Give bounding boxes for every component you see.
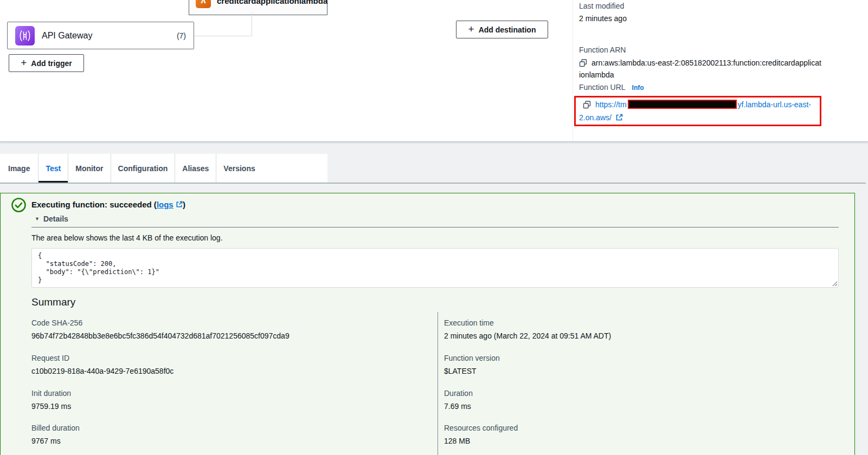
log-note: The area below shows the last 4 KB of th… bbox=[31, 233, 223, 242]
lambda-icon: λ bbox=[196, 0, 211, 8]
plus-icon: + bbox=[468, 24, 474, 34]
duration-value: 7.69 ms bbox=[444, 402, 471, 411]
last-modified-label: Last modified bbox=[579, 2, 624, 10]
panel-divider bbox=[573, 0, 573, 141]
details-toggle[interactable]: ▼ Details bbox=[35, 214, 68, 223]
last-modified-value: 2 minutes ago bbox=[579, 14, 627, 23]
request-id-label: Request ID bbox=[31, 354, 69, 362]
code-sha256-label: Code SHA-256 bbox=[31, 318, 82, 327]
resources-configured-label: Resources configured bbox=[444, 424, 518, 432]
tab-image[interactable]: Image bbox=[0, 154, 38, 183]
execution-log-output[interactable]: { "statusCode": 200, "body": "{\"predict… bbox=[31, 248, 839, 288]
function-url-link[interactable]: 2.on.aws/ bbox=[579, 113, 612, 122]
add-destination-button[interactable]: + Add destination bbox=[456, 21, 548, 38]
execution-result-panel: Executing function: succeeded (logs ) ▼ … bbox=[0, 193, 855, 455]
init-duration-label: Init duration bbox=[31, 389, 71, 398]
function-url-label-row: Function URL Info bbox=[579, 83, 644, 92]
tab-versions[interactable]: Versions bbox=[216, 154, 262, 183]
plus-icon: + bbox=[21, 57, 27, 68]
function-arn-row: arn:aws:lambda:us-east-2:085182002113:fu… bbox=[579, 57, 821, 81]
add-destination-label: Add destination bbox=[479, 25, 536, 34]
init-duration-value: 9759.19 ms bbox=[31, 402, 71, 411]
billed-duration-value: 9767 ms bbox=[31, 437, 61, 445]
tab-aliases[interactable]: Aliases bbox=[175, 154, 216, 183]
url-redaction-bar bbox=[628, 100, 737, 109]
trigger-node-api-gateway[interactable]: API Gateway (7) bbox=[7, 22, 194, 49]
function-version-label: Function version bbox=[444, 354, 500, 362]
api-gateway-icon bbox=[15, 26, 35, 46]
trigger-title: API Gateway bbox=[42, 31, 92, 41]
add-trigger-label: Add trigger bbox=[31, 59, 72, 68]
details-divider bbox=[31, 227, 839, 227]
function-url-label: Function URL bbox=[579, 83, 626, 92]
execution-status-heading: Executing function: succeeded (logs ) bbox=[31, 200, 185, 209]
billed-duration-label: Billed duration bbox=[31, 424, 80, 432]
connector-line-vertical bbox=[252, 12, 252, 36]
function-url-link[interactable]: https://tm bbox=[595, 100, 627, 109]
function-version-value: $LATEST bbox=[444, 367, 477, 375]
function-url-line2: 2.on.aws/ bbox=[579, 113, 623, 122]
logs-link[interactable]: logs bbox=[157, 200, 173, 209]
external-link-icon[interactable] bbox=[176, 201, 183, 208]
duration-label: Duration bbox=[444, 389, 473, 398]
copy-icon[interactable] bbox=[579, 59, 587, 67]
caret-down-icon: ▼ bbox=[35, 216, 40, 222]
tab-filler bbox=[262, 154, 327, 183]
copy-icon[interactable] bbox=[583, 101, 591, 109]
request-id-value: c10b0219-818a-440a-9429-7e6190a58f0c bbox=[31, 367, 173, 375]
execution-time-value: 2 minutes ago (March 22, 2024 at 09:51 A… bbox=[444, 332, 611, 340]
function-overview-card: λ creditcardapplicationlambda API Gatewa… bbox=[0, 0, 868, 142]
tab-monitor[interactable]: Monitor bbox=[68, 154, 110, 183]
tab-test[interactable]: Test bbox=[38, 154, 68, 183]
resources-configured-value: 128 MB bbox=[444, 437, 470, 445]
trigger-count: (7) bbox=[177, 31, 186, 40]
info-link[interactable]: Info bbox=[632, 84, 644, 92]
lambda-function-title: creditcardapplicationlambda bbox=[217, 0, 327, 5]
connector-line-horizontal bbox=[194, 36, 252, 36]
success-icon bbox=[11, 197, 27, 213]
function-arn-value: arn:aws:lambda:us-east-2:085182002113:fu… bbox=[579, 58, 821, 79]
function-url-link[interactable]: yf.lambda-url.us-east- bbox=[738, 100, 811, 109]
function-url-line1: https://tmyf.lambda-url.us-east- bbox=[583, 100, 811, 109]
function-arn-label: Function ARN bbox=[579, 46, 626, 54]
tab-bar: Image Test Monitor Configuration Aliases… bbox=[0, 154, 327, 183]
summary-column-divider bbox=[438, 312, 438, 455]
resize-handle[interactable] bbox=[831, 280, 838, 287]
tabs-bottom-divider bbox=[0, 183, 866, 184]
details-label: Details bbox=[43, 214, 68, 223]
external-link-icon[interactable] bbox=[615, 114, 623, 121]
lambda-function-node[interactable]: λ creditcardapplicationlambda bbox=[189, 0, 327, 15]
tab-configuration[interactable]: Configuration bbox=[111, 154, 175, 183]
add-trigger-button[interactable]: + Add trigger bbox=[9, 54, 84, 72]
code-sha256-value: 96b74f72b42848bb3e8e6bc5fc386d54f404732d… bbox=[31, 332, 290, 340]
execution-time-label: Execution time bbox=[444, 318, 494, 327]
summary-heading: Summary bbox=[31, 296, 75, 308]
